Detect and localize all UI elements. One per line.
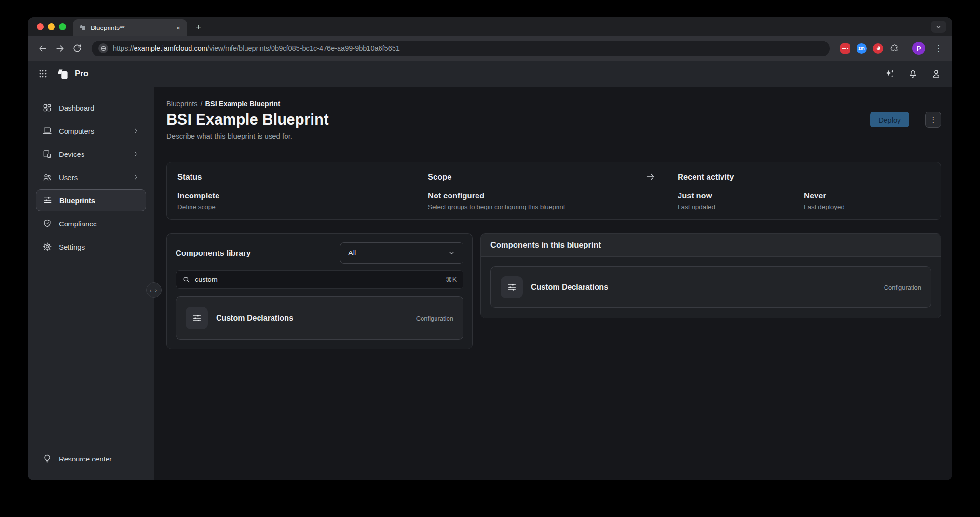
last-updated-block: Just now Last updated xyxy=(678,182,804,210)
close-window-button[interactable] xyxy=(37,23,44,30)
status-title: Status xyxy=(177,172,406,182)
deploy-button[interactable]: Deploy xyxy=(870,112,909,127)
page-actions: Deploy ⋮ xyxy=(870,112,941,128)
zoom-extension-icon[interactable]: zm xyxy=(857,43,867,54)
scope-link-button[interactable] xyxy=(645,171,656,182)
window-controls xyxy=(28,17,73,36)
status-hint: Define scope xyxy=(177,203,406,210)
sidebar-item-label: Devices xyxy=(59,150,84,158)
components-search-input[interactable]: custom ⌘K xyxy=(176,270,463,289)
library-item-custom-declarations[interactable]: Custom Declarations Configuration xyxy=(176,296,463,340)
assistant-button[interactable] xyxy=(884,69,895,80)
app-header: Pro xyxy=(28,61,952,87)
sidebar-item-label: Dashboard xyxy=(59,104,94,112)
reload-button[interactable] xyxy=(69,41,85,56)
chevron-right-icon xyxy=(133,174,139,181)
desktop: Blueprints** × + https://ex xyxy=(0,0,980,517)
scope-hint: Select groups to begin configuring this … xyxy=(428,203,656,210)
bell-icon xyxy=(908,69,918,79)
sidebar-item-label: Users xyxy=(59,173,78,182)
more-actions-button[interactable]: ⋮ xyxy=(925,112,941,128)
category-filter-select[interactable]: All xyxy=(340,242,463,264)
scope-section[interactable]: Scope Not configured Select groups to be… xyxy=(417,162,667,219)
puzzle-icon xyxy=(890,44,899,53)
jamf-logo-icon[interactable] xyxy=(56,68,69,81)
address-bar[interactable]: https://example.jamfcloud.com/view/mfe/b… xyxy=(92,41,830,56)
chevron-down-icon xyxy=(448,250,455,257)
sidebar-collapse-button[interactable]: ‹ › xyxy=(146,282,162,298)
laptop-icon xyxy=(42,126,52,136)
resource-center-button[interactable]: Resource center xyxy=(36,447,147,470)
sidebar-item-compliance[interactable]: Compliance xyxy=(36,212,146,235)
reload-icon xyxy=(72,43,82,53)
extensions-puzzle-icon[interactable] xyxy=(889,43,899,54)
breadcrumb-current: BSI Example Blueprint xyxy=(205,100,281,108)
blueprint-item-custom-declarations[interactable]: Custom Declarations Configuration xyxy=(490,266,931,308)
url-path: /view/mfe/blueprints/0b9cf085-bc1c-476e-… xyxy=(207,44,400,52)
page-subtitle[interactable]: Describe what this blueprint is used for… xyxy=(166,132,941,140)
fullscreen-window-button[interactable] xyxy=(59,23,66,30)
last-deployed-block: Never Last deployed xyxy=(804,182,930,210)
recent-activity-title: Recent activity xyxy=(678,172,930,182)
page-content: Blueprints / BSI Example Blueprint BSI E… xyxy=(154,87,952,480)
url-text: https://example.jamfcloud.com/view/mfe/b… xyxy=(113,44,400,52)
status-section: Status Incomplete Define scope xyxy=(167,162,417,219)
users-icon xyxy=(42,172,52,182)
new-tab-button[interactable]: + xyxy=(193,21,204,32)
status-value: Incomplete xyxy=(177,191,406,200)
resource-center-label: Resource center xyxy=(59,455,112,463)
password-manager-extension-icon[interactable] xyxy=(840,43,850,54)
component-icon-box xyxy=(186,307,208,329)
chevron-right-icon xyxy=(133,151,139,157)
dashboard-icon xyxy=(42,103,52,112)
app-launcher-button[interactable] xyxy=(39,70,47,78)
component-category: Configuration xyxy=(884,284,921,291)
toolbar-divider xyxy=(906,43,906,53)
browser-tab[interactable]: Blueprints** × xyxy=(73,19,187,36)
app-header-actions xyxy=(884,69,941,80)
page-title: BSI Example Blueprint xyxy=(166,111,941,128)
recent-activity-section: Recent activity Just now Last updated Ne… xyxy=(667,162,941,219)
sidebar-item-label: Compliance xyxy=(59,220,97,228)
scope-title: Scope xyxy=(428,172,656,182)
url-host: example.jamfcloud.com xyxy=(134,44,207,52)
overview-card: Status Incomplete Define scope Scope Not… xyxy=(166,162,941,220)
component-name: Custom Declarations xyxy=(531,283,608,292)
last-deployed-label: Last deployed xyxy=(804,203,930,210)
last-updated-label: Last updated xyxy=(678,203,804,210)
last-updated-value: Just now xyxy=(678,191,804,200)
component-category: Configuration xyxy=(416,315,453,322)
sparkles-icon xyxy=(884,69,895,80)
browser-tabstrip: Blueprints** × + xyxy=(28,17,952,36)
sidebar-item-blueprints[interactable]: Blueprints xyxy=(36,189,146,211)
tab-overview-button[interactable] xyxy=(931,21,946,33)
user-icon xyxy=(931,69,941,79)
chevron-down-icon xyxy=(935,24,942,30)
sidebar-item-devices[interactable]: Devices xyxy=(36,143,146,165)
breadcrumb: Blueprints / BSI Example Blueprint xyxy=(166,100,941,108)
forward-button[interactable] xyxy=(52,41,68,56)
sliders-icon xyxy=(191,313,202,323)
breadcrumb-parent[interactable]: Blueprints xyxy=(166,100,197,108)
sidebar-item-settings[interactable]: Settings xyxy=(36,236,146,258)
sidebar-item-dashboard[interactable]: Dashboard xyxy=(36,97,146,119)
sidebar-item-computers[interactable]: Computers xyxy=(36,120,146,142)
jamf-favicon-icon xyxy=(79,24,86,31)
breadcrumb-separator: / xyxy=(200,100,202,108)
url-scheme: https:// xyxy=(113,44,134,52)
app-main: Dashboard Computers Devices Users xyxy=(28,87,952,480)
search-shortcut-badge: ⌘K xyxy=(446,276,457,283)
back-button[interactable] xyxy=(35,41,50,56)
notifications-button[interactable] xyxy=(908,69,918,79)
extensions-area: zm P ⋮ xyxy=(836,42,945,55)
category-filter-value: All xyxy=(348,249,356,257)
adblock-extension-icon[interactable] xyxy=(873,43,883,54)
site-info-icon[interactable] xyxy=(98,43,108,53)
tab-close-icon[interactable]: × xyxy=(174,23,182,32)
minimize-window-button[interactable] xyxy=(48,23,55,30)
globe-icon xyxy=(100,45,107,52)
account-button[interactable] xyxy=(931,69,941,79)
browser-profile-avatar[interactable]: P xyxy=(912,42,925,55)
browser-menu-button[interactable]: ⋮ xyxy=(931,43,945,54)
sidebar-item-users[interactable]: Users xyxy=(36,166,146,188)
